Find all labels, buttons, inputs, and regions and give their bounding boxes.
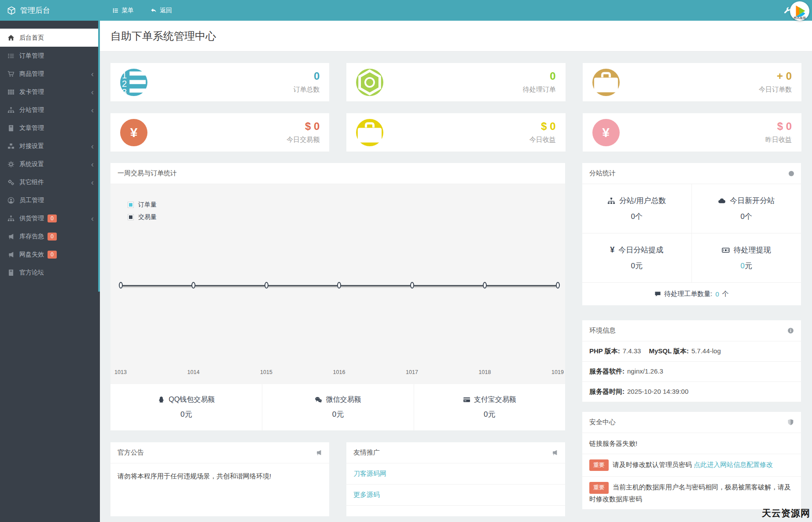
legend-item[interactable]: 订单量 (128, 201, 157, 209)
cell-label: 今日新开分站 (730, 196, 775, 206)
pay-stat-wechat: 微信交易额 0元 (262, 384, 413, 430)
stat-value: 0 (523, 71, 556, 81)
page-title: 自助下单系统管理中心 (110, 29, 216, 43)
chevron-left-icon: ‹ (91, 106, 94, 114)
cell-label: 待处理提现 (734, 245, 771, 255)
back-button[interactable]: 返回 (151, 7, 172, 15)
x-axis-label: 1018 (474, 369, 496, 375)
ordered-list-icon: 123 (120, 69, 147, 96)
chart-marker (410, 282, 414, 289)
bullhorn-icon (7, 251, 15, 258)
sidebar-item-label: 文章管理 (19, 124, 44, 132)
chevron-left-icon: ‹ (91, 178, 94, 186)
legend-item[interactable]: 交易量 (128, 213, 157, 221)
sidebar-item-articles[interactable]: 文章管理 (0, 119, 100, 137)
chart-marker (483, 282, 487, 289)
stat-label: 今日收益 (529, 136, 556, 144)
stat-card-yesterday-profit[interactable]: ¥ $ 0 昨日收益 (583, 113, 801, 152)
qq-icon (158, 396, 165, 404)
sidebar-item-label: 对接设置 (19, 142, 44, 150)
sidebar-item-label: 员工管理 (19, 196, 44, 204)
stat-value: $ 0 (765, 121, 792, 132)
pay-label: 微信交易额 (326, 395, 361, 404)
sidebar-item-components[interactable]: 其它组件 ‹ (0, 173, 100, 191)
announcement-panel: 官方公告 请勿将本程序用于任何违规场景，共创和谐网络环境! (110, 442, 329, 516)
announcement-text: 请勿将本程序用于任何违规场景，共创和谐网络环境! (110, 463, 329, 505)
security-panel: 安全中心 链接服务器失败! 重要请及时修改默认管理员密码 点此进入网站信息配置修… (582, 412, 801, 510)
count-badge: 0 (48, 251, 57, 259)
stat-value: + 0 (759, 71, 792, 81)
sidebar-item-system-settings[interactable]: 系统设置 ‹ (0, 155, 100, 173)
sidebar-item-label: 系统设置 (19, 160, 44, 168)
shield-icon (787, 419, 794, 426)
pay-stat-alipay: 支付宝交易额 0元 (414, 384, 565, 430)
stat-card-today-orders[interactable]: + 0 今日订单数 (583, 63, 801, 101)
sidebar-item-label: 供货管理 (19, 215, 44, 222)
x-axis-label: 1016 (328, 369, 350, 375)
security-line-server: 链接服务器失败! (582, 433, 801, 454)
menu-toggle[interactable]: 菜单 (112, 7, 134, 15)
sidebar-item-home[interactable]: 后台首页 (0, 29, 100, 47)
pay-value: 0元 (484, 409, 495, 419)
circle-icon (789, 171, 794, 176)
x-axis-label: 1017 (401, 369, 423, 375)
pay-value: 0元 (180, 409, 192, 419)
sitemap-icon (607, 197, 615, 205)
chart-marker (337, 282, 341, 289)
stat-label: 今日交易额 (287, 136, 320, 144)
pay-stat-qq: QQ钱包交易额 0元 (110, 384, 262, 430)
env-row-time: 服务器时间:2025-10-20 14:39:00 (582, 382, 801, 402)
pay-label: 支付宝交易额 (474, 395, 516, 404)
gear-icon (7, 161, 15, 168)
cell-label: 今日分站提成 (618, 245, 663, 255)
sidebar-item-label: 订单管理 (19, 52, 44, 60)
sidebar-item-orders[interactable]: 订单管理 (0, 47, 100, 65)
cell-value: 0个 (741, 211, 752, 222)
grid-icon (7, 89, 15, 96)
sidebar-item-substations[interactable]: 分站管理 ‹ (0, 101, 100, 119)
sidebar-item-label: 分站管理 (19, 106, 44, 114)
bullhorn-icon (7, 233, 15, 240)
environment-panel: 环境信息 PHP 版本:7.4.33MySQL 版本:5.7.44-log 服务… (582, 320, 801, 402)
chart-panel: 一周交易与订单统计 订单量 交易量 (110, 163, 565, 430)
stat-card-pending-orders[interactable]: 0 待处理订单 (346, 63, 565, 101)
cell-label: 分站/用户总数 (619, 196, 666, 206)
substation-stats-panel: 分站统计 分站/用户总数 0个 (582, 163, 801, 305)
stat-card-total-orders[interactable]: 123 0 订单总数 (110, 63, 329, 101)
cell-value: 0个 (631, 211, 643, 222)
pay-value: 0元 (332, 409, 344, 419)
important-badge: 重要 (589, 459, 609, 471)
brand[interactable]: 管理后台 (0, 5, 100, 15)
sitemap-icon (7, 215, 15, 222)
menu-icon (112, 7, 118, 14)
sidebar-item-forum[interactable]: 官方论坛 (0, 263, 100, 281)
legend-label: 交易量 (138, 213, 157, 221)
sidebar-item-staff[interactable]: 员工管理 (0, 191, 100, 209)
x-axis-label: 1014 (183, 369, 205, 375)
chevron-left-icon: ‹ (91, 215, 94, 222)
sidebar-item-products[interactable]: 商品管理 ‹ (0, 65, 100, 83)
sidebar-item-stock-alert[interactable]: 库存告急 0 (0, 227, 100, 245)
friend-link[interactable]: 刀客源码网 (353, 470, 386, 477)
sidebar-item-netdisk-invalid[interactable]: 网盘失效 0 (0, 245, 100, 263)
sidebar-item-label: 其它组件 (19, 178, 44, 186)
cloud-icon (718, 197, 726, 205)
chart-plot: 订单量 交易量 1013101410151016101710181019 (110, 184, 565, 384)
sidebar-item-supply[interactable]: 供货管理 0 ‹ (0, 209, 100, 227)
sidebar-item-card-mgmt[interactable]: 发卡管理 ‹ (0, 83, 100, 101)
stat-card-today-volume[interactable]: ¥ $ 0 今日交易额 (110, 113, 329, 152)
env-row-server: 服务器软件:nginx/1.26.3 (582, 362, 801, 382)
chart-marker (556, 282, 560, 289)
tencent-video-logo[interactable]: 腾讯视频 (790, 1, 810, 21)
book-icon (7, 269, 15, 276)
count-badge: 0 (48, 233, 57, 241)
count-badge: 0 (48, 215, 57, 222)
cube-icon (7, 6, 16, 15)
substation-cell-total: 分站/用户总数 0个 (582, 184, 692, 233)
config-link[interactable]: 点此进入网站信息配置修改 (694, 461, 773, 468)
friend-links-panel: 友情推广 刀客源码网 更多源码 (346, 442, 565, 516)
briefcase-icon (356, 119, 383, 146)
friend-link[interactable]: 更多源码 (353, 491, 380, 498)
sidebar-item-integration[interactable]: 对接设置 ‹ (0, 137, 100, 155)
stat-card-today-profit[interactable]: $ 0 今日收益 (346, 113, 565, 152)
